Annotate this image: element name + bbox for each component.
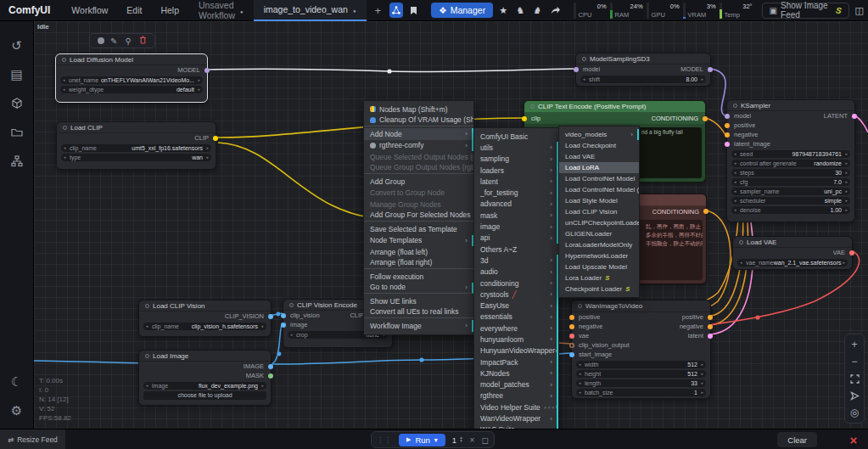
category-menu-item[interactable]: rgthree	[474, 390, 558, 401]
node-menu-item[interactable]: unCLIPCheckpointLoader	[559, 217, 639, 228]
bookmark-icon[interactable]	[406, 3, 420, 18]
context-menu-item[interactable]: Save Selected as Template	[364, 223, 473, 235]
collapse-dot[interactable]	[578, 304, 582, 308]
category-menu-item[interactable]: model_patches	[474, 379, 558, 390]
edit-icon[interactable]: ✎	[110, 36, 117, 46]
decrement-icon[interactable]	[740, 259, 742, 267]
widget[interactable]: steps30	[731, 169, 850, 177]
category-menu-item[interactable]: api	[474, 233, 558, 244]
decrement-icon[interactable]	[734, 169, 736, 177]
category-menu-item[interactable]: sampling	[474, 154, 558, 165]
decrement-icon[interactable]	[579, 379, 581, 388]
widget[interactable]: control after generaterandomize	[731, 160, 850, 168]
context-menu-item[interactable]: Workflow Image	[364, 320, 473, 332]
cancel-run-icon[interactable]: ×	[470, 435, 475, 445]
category-menu-item[interactable]: conditioning	[474, 278, 558, 289]
increment-icon[interactable]	[206, 144, 209, 153]
category-menu-item[interactable]: everywhere	[474, 323, 558, 334]
category-menu-item[interactable]: image	[474, 221, 558, 232]
increment-icon[interactable]	[845, 197, 848, 205]
category-menu-item[interactable]: 3d	[474, 255, 558, 266]
output-port[interactable]	[708, 334, 713, 339]
output-port[interactable]	[268, 364, 273, 369]
node-menu-item[interactable]: Load CLIP Vision	[559, 206, 639, 217]
input-port[interactable]	[569, 343, 574, 348]
node-menu-item[interactable]: GLIGENLoader	[559, 228, 639, 239]
menu-help[interactable]: Help	[151, 5, 188, 15]
collapse-dot[interactable]	[62, 58, 66, 62]
output-port[interactable]	[708, 315, 713, 320]
node-load-clip[interactable]: Load CLIP CLIP clip_nameumt5_xxl_fp16.sa…	[56, 121, 216, 170]
output-row[interactable]: MASK	[139, 371, 271, 380]
input-port[interactable]	[569, 315, 574, 320]
widget[interactable]: denoise1.00	[731, 206, 850, 215]
output-row[interactable]: IMAGE	[139, 362, 271, 371]
collapse-dot[interactable]	[530, 104, 535, 109]
category-menu-item[interactable]: ComfyUI Basic	[474, 131, 558, 142]
clip-input-port[interactable]	[522, 116, 527, 121]
category-menu-item[interactable]: Others A~Z	[474, 244, 558, 255]
menu-workflow[interactable]: Workflow	[62, 5, 117, 15]
increment-icon[interactable]	[701, 370, 703, 379]
decrement-icon[interactable]	[63, 76, 65, 85]
category-menu-item[interactable]: latent	[474, 176, 558, 187]
node-menu-item[interactable]: HypernetworkLoader	[559, 250, 639, 261]
node-library-icon[interactable]	[0, 89, 34, 118]
context-menu-item[interactable]: Queue Selected Output Nodes (rgthree)	[364, 151, 473, 163]
collapse-dot[interactable]	[739, 240, 743, 244]
node-menu-item[interactable]: Load Style Model	[559, 195, 639, 206]
widget[interactable]: sampler_nameuni_pc	[731, 188, 850, 196]
workflows-folder-icon[interactable]	[0, 118, 34, 147]
widget[interactable]: unet_nameonTHEFLYWanAIWan21VideoMo...	[60, 76, 203, 85]
collapse-dot[interactable]	[289, 303, 294, 307]
conditioning-output-port[interactable]	[703, 116, 708, 121]
increment-icon[interactable]	[845, 188, 848, 196]
fit-view-icon[interactable]	[845, 370, 864, 387]
node-menu-item[interactable]: Lora Loader	[559, 272, 639, 283]
category-menu-item[interactable]: utils	[474, 142, 558, 153]
vae-output-port[interactable]	[849, 250, 854, 255]
widget[interactable]: width512	[576, 361, 706, 369]
decrement-icon[interactable]	[579, 361, 581, 369]
category-menu-item[interactable]: essentials	[474, 311, 558, 323]
input-row[interactable]: start_image	[572, 350, 710, 359]
graph-view-button[interactable]	[389, 3, 403, 18]
tab-image-to-video-wan[interactable]: image_to_video_wan	[254, 0, 367, 21]
input-port[interactable]	[725, 132, 730, 138]
collapse-dot[interactable]	[145, 354, 149, 358]
upload-button[interactable]: choose file to upload	[143, 391, 266, 400]
input-row[interactable]: negative	[727, 130, 854, 139]
increment-icon[interactable]	[845, 160, 848, 168]
increment-icon[interactable]	[701, 76, 703, 84]
increment-icon[interactable]	[198, 86, 200, 94]
batch-count-stepper[interactable]: 1 ▲▼	[452, 435, 463, 445]
input-row[interactable]: clip_vision_output	[572, 340, 710, 350]
increment-icon[interactable]	[843, 259, 845, 267]
new-tab-button[interactable]: +	[367, 4, 390, 17]
input-port[interactable]	[569, 352, 574, 357]
node-color-picker[interactable]: ▾	[98, 37, 103, 44]
node-menu-item[interactable]: Load Upscale Model	[559, 261, 639, 272]
collapse-dot[interactable]	[63, 126, 67, 130]
model-output-port[interactable]	[708, 67, 713, 72]
input-port[interactable]	[569, 334, 574, 339]
zoom-out-icon[interactable]: −	[845, 353, 864, 370]
node-load-image[interactable]: Load Image IMAGEMASK imageflux_dev_examp…	[138, 350, 272, 406]
close-feed-icon[interactable]: ×	[844, 430, 863, 449]
decrement-icon[interactable]	[734, 150, 736, 159]
widget[interactable]: length33	[576, 379, 706, 388]
node-menu-item[interactable]: Load LoRA	[559, 162, 639, 173]
decrement-icon[interactable]	[579, 389, 581, 397]
context-menu-item[interactable]: Add Group For Selected Nodes	[364, 210, 473, 222]
increment-icon[interactable]	[261, 323, 264, 331]
input-port[interactable]	[725, 123, 730, 128]
output-row[interactable]: latent	[648, 331, 710, 340]
category-menu-item[interactable]: advanced	[474, 199, 558, 210]
theme-toggle-icon[interactable]: ☾	[0, 368, 34, 396]
zoom-in-icon[interactable]: +	[845, 336, 864, 353]
context-menu-item[interactable]: Go to node	[364, 283, 473, 295]
decrement-icon[interactable]	[146, 323, 148, 331]
category-menu-item[interactable]: ImpactPack	[474, 356, 558, 368]
context-menu-item[interactable]: Show UE links	[364, 295, 473, 307]
widget[interactable]: imageflux_dev_example.png	[143, 382, 266, 390]
